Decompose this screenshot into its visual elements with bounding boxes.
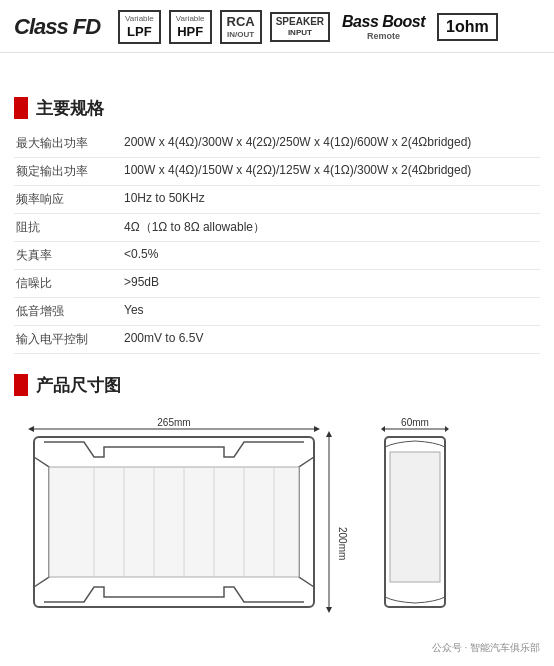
specs-title-row: 主要规格: [14, 97, 540, 120]
ohm-badge: 1ohm: [437, 13, 498, 41]
dimensions-title-row: 产品尺寸图: [14, 374, 540, 397]
specs-value: 4Ω（1Ω to 8Ω allowable）: [124, 213, 540, 241]
specs-title-text: 主要规格: [36, 97, 104, 120]
specs-row: 额定输出功率100W x 4(4Ω)/150W x 4(2Ω)/125W x 4…: [14, 157, 540, 185]
side-diagram: 60mm: [380, 417, 470, 617]
speaker-badge: SPEAKER INPUT: [270, 12, 330, 42]
brand-name: Class FD: [14, 14, 104, 40]
specs-label: 低音增强: [14, 297, 124, 325]
speaker-line2: INPUT: [288, 28, 312, 38]
svg-marker-19: [445, 426, 449, 432]
specs-row: 最大输出功率200W x 4(4Ω)/300W x 4(2Ω)/250W x 4…: [14, 130, 540, 158]
diagram-container: 265mm 200mm: [14, 407, 540, 627]
svg-marker-2: [314, 426, 320, 432]
lpf-badge-main: LPF: [127, 24, 152, 40]
svg-text:265mm: 265mm: [157, 417, 190, 428]
specs-row: 信噪比>95dB: [14, 269, 540, 297]
rca-main: RCA: [227, 14, 255, 30]
dimensions-title-text: 产品尺寸图: [36, 374, 121, 397]
specs-label: 信噪比: [14, 269, 124, 297]
svg-text:200mm: 200mm: [337, 527, 348, 560]
speaker-line1: SPEAKER: [276, 16, 324, 28]
specs-title-bar: [14, 97, 28, 119]
watermark-text: 公众号 · 智能汽车俱乐部: [432, 642, 540, 653]
specs-value: 10Hz to 50KHz: [124, 185, 540, 213]
specs-label: 最大输出功率: [14, 130, 124, 158]
svg-marker-1: [28, 426, 34, 432]
front-diagram: 265mm 200mm: [24, 417, 364, 617]
ohm-label: 1ohm: [446, 18, 489, 36]
specs-row: 低音增强Yes: [14, 297, 540, 325]
specs-value: 100W x 4(4Ω)/150W x 4(2Ω)/125W x 4(1Ω)/3…: [124, 157, 540, 185]
specs-value: <0.5%: [124, 241, 540, 269]
svg-marker-15: [326, 607, 332, 613]
rca-sub: IN/OUT: [227, 30, 254, 40]
header-row: Class FD Variable LPF Variable HPF RCA I…: [0, 0, 554, 53]
specs-value: 200W x 4(4Ω)/300W x 4(2Ω)/250W x 4(1Ω)/6…: [124, 130, 540, 158]
specs-label: 失真率: [14, 241, 124, 269]
bass-boost-sub: Remote: [367, 31, 400, 42]
svg-marker-18: [381, 426, 385, 432]
specs-section: 主要规格 最大输出功率200W x 4(4Ω)/300W x 4(2Ω)/250…: [0, 81, 554, 364]
hpf-badge: Variable HPF: [169, 10, 212, 43]
specs-row: 失真率<0.5%: [14, 241, 540, 269]
specs-value: >95dB: [124, 269, 540, 297]
svg-rect-5: [49, 467, 299, 577]
dimensions-section: 产品尺寸图 265mm: [0, 364, 554, 637]
specs-row: 频率响应10Hz to 50KHz: [14, 185, 540, 213]
lpf-badge: Variable LPF: [118, 10, 161, 43]
svg-rect-22: [390, 452, 440, 582]
specs-row: 阻抗4Ω（1Ω to 8Ω allowable）: [14, 213, 540, 241]
dimensions-title-bar: [14, 374, 28, 396]
bass-boost-main: Bass Boost: [342, 12, 425, 31]
specs-label: 频率响应: [14, 185, 124, 213]
specs-table: 最大输出功率200W x 4(4Ω)/300W x 4(2Ω)/250W x 4…: [14, 130, 540, 354]
hpf-badge-top: Variable: [176, 14, 205, 24]
lpf-badge-top: Variable: [125, 14, 154, 24]
hpf-badge-main: HPF: [177, 24, 203, 40]
specs-value: 200mV to 6.5V: [124, 325, 540, 353]
bass-boost-badge: Bass Boost Remote: [338, 10, 429, 44]
rca-badge: RCA IN/OUT: [220, 10, 262, 43]
specs-value: Yes: [124, 297, 540, 325]
specs-label: 输入电平控制: [14, 325, 124, 353]
specs-row: 输入电平控制200mV to 6.5V: [14, 325, 540, 353]
spacer: [0, 53, 554, 81]
specs-label: 额定输出功率: [14, 157, 124, 185]
watermark: 公众号 · 智能汽车俱乐部: [0, 637, 554, 661]
svg-marker-14: [326, 431, 332, 437]
svg-text:60mm: 60mm: [401, 417, 429, 428]
specs-label: 阻抗: [14, 213, 124, 241]
